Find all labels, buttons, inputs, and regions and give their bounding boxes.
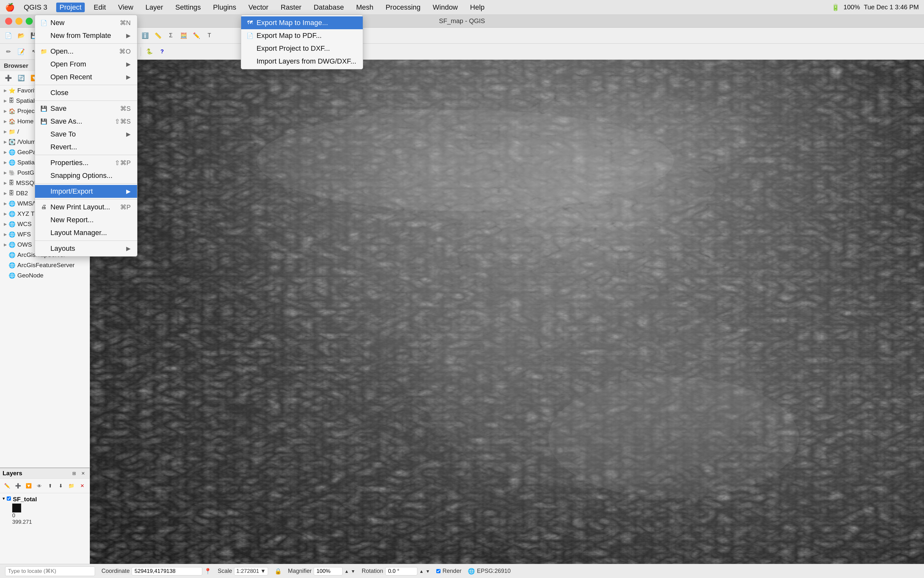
sidebar-item-geonode[interactable]: ▶ 🌐 GeoNode [0,270,89,281]
magnifier-spin-up[interactable]: ▲ [344,569,349,574]
menubar-plugins[interactable]: Plugins [210,3,240,12]
render-checkbox[interactable] [436,569,441,573]
menu-item-new[interactable]: 📄 New ⌘N [35,16,137,29]
menubar-qgis3[interactable]: QGIS 3 [21,3,50,12]
magnifier-spin-down[interactable]: ▼ [351,569,355,574]
menu-item-export-dxf[interactable]: Export Project to DXF... [241,42,363,55]
menu-item-save-to-label: Save To [50,130,76,138]
menubar-layer[interactable]: Layer [142,3,166,12]
calculator-btn[interactable]: 🧮 [178,30,190,41]
menu-item-close[interactable]: Close [35,86,137,99]
magnifier-input[interactable] [314,567,342,575]
rotation-input[interactable] [385,567,417,575]
layer-visibility-btn[interactable]: 👁 [35,480,44,492]
layer-remove-btn[interactable]: ✕ [78,480,87,492]
battery-percent: 100% [843,3,860,11]
maximize-button[interactable] [26,18,33,25]
menubar-settings[interactable]: Settings [172,3,204,12]
menu-item-save[interactable]: 💾 Save ⌘S [35,102,137,115]
menubar-processing[interactable]: Processing [383,3,424,12]
menu-item-layouts-label: Layouts [50,244,75,253]
menubar-window[interactable]: Window [430,3,461,12]
menubar-database[interactable]: Database [310,3,347,12]
statusbar-search [5,567,95,576]
menu-item-open-shortcut: ⌘O [119,47,131,55]
layer-item-sf-total[interactable]: ▾ SF_total [3,496,87,503]
menu-item-import-layers[interactable]: Import Layers from DWG/DXF... [241,55,363,68]
coordinate-input[interactable] [131,567,202,575]
menu-item-new-print-layout[interactable]: 🖨 New Print Layout... ⌘P [35,201,137,214]
menu-item-layout-manager[interactable]: Layout Manager... [35,226,137,239]
browser-add-btn[interactable]: ➕ [3,72,14,84]
layer-visibility-checkbox[interactable] [7,497,11,501]
layers-toolbar: ✏️ ➕ 🔽 👁 ⬆ ⬇ 📁 ✕ [0,479,89,493]
toolbar-row-2: ✏ 📝 ↖ ⬡ ✂ 📋 ↩ ↪ abc abc 🐍 ? [0,44,924,60]
digitize-btn[interactable]: ✏ [3,46,14,57]
identify-btn[interactable]: ℹ️ [139,30,151,41]
minimize-button[interactable] [15,18,23,25]
menubar-mesh[interactable]: Mesh [353,3,377,12]
scale-dropdown-arrow: ▼ [260,568,266,575]
layer-up-btn[interactable]: ⬆ [45,480,55,492]
menu-item-layouts[interactable]: Layouts ▶ [35,242,137,255]
menu-item-properties-label: Properties... [50,159,89,167]
layers-arrange-btn[interactable]: ⊞ [70,469,78,477]
menu-item-save-as[interactable]: 💾 Save As... ⇧⌘S [35,115,137,128]
open-project-btn[interactable]: 📂 [15,30,27,41]
add-layer-btn[interactable]: ✏️ [3,480,12,492]
rotation-spin-down[interactable]: ▼ [425,569,430,574]
menu-item-open-from[interactable]: Open From ▶ [35,58,137,71]
menu-item-import-export[interactable]: Import/Export ▶ [35,185,137,198]
menubar-raster[interactable]: Raster [277,3,305,12]
statusbar: Coordinate 📍 Scale 1:272801 ▼ 🔒 Magnifie… [0,564,924,578]
scale-value: 1:272801 [236,568,259,575]
map-canvas[interactable] [90,60,924,564]
statusbar-magnifier: Magnifier ▲ ▼ [288,567,355,575]
statistics-btn[interactable]: Σ [165,30,177,41]
sidebar-item-arcgis-feature[interactable]: ▶ 🌐 ArcGisFeatureServer [0,260,89,270]
python-btn[interactable]: 🐍 [144,46,155,57]
layers-close-btn[interactable]: ✕ [79,469,87,477]
coordinate-icon: 📍 [204,568,211,575]
close-button[interactable] [5,18,12,25]
layer-group-btn[interactable]: 📁 [67,480,76,492]
menu-item-revert[interactable]: Revert... [35,141,137,154]
rotation-spin-up[interactable]: ▲ [419,569,424,574]
svg-point-5 [549,377,799,498]
menu-item-save-as-label: Save As... [50,117,82,125]
annotate-btn[interactable]: ✏️ [191,30,202,41]
layer-range-max: 399.271 [12,519,87,525]
locate-input[interactable] [5,567,95,576]
layer-down-btn[interactable]: ⬇ [56,480,65,492]
edit-btn[interactable]: 📝 [15,46,27,57]
clock: Tue Dec 1 3:46 PM [864,3,919,11]
menu-item-export-image[interactable]: 🗺 Export Map to Image... [241,16,363,29]
measure-btn[interactable]: 📏 [152,30,164,41]
menubar-project[interactable]: Project [56,3,84,12]
menu-item-open-recent[interactable]: Open Recent ▶ [35,71,137,83]
text-btn[interactable]: T [204,30,215,41]
menu-item-export-pdf-label: Export Map to PDF... [256,31,322,40]
help-btn[interactable]: ? [156,46,168,57]
menu-item-new-from-template[interactable]: New from Template ▶ [35,29,137,42]
menu-item-open[interactable]: 📁 Open... ⌘O [35,45,137,58]
menu-item-export-pdf[interactable]: 📄 Export Map to PDF... [241,29,363,42]
remove-layer-btn[interactable]: ➕ [13,480,23,492]
statusbar-crs: 🌐 EPSG:26910 [468,568,511,575]
scale-dropdown[interactable]: 1:272801 ▼ [234,567,268,575]
browser-refresh-btn[interactable]: 🔄 [15,72,27,84]
new-project-btn[interactable]: 📄 [3,30,14,41]
menubar-edit[interactable]: Edit [91,3,109,12]
menubar-help[interactable]: Help [467,3,488,12]
menu-item-new-report[interactable]: New Report... [35,214,137,226]
menu-sep-4 [35,155,137,155]
apple-menu[interactable]: 🍎 [5,3,15,12]
export-image-icon: 🗺 [246,19,253,26]
menubar-vector[interactable]: Vector [245,3,272,12]
layer-filter-btn[interactable]: 🔽 [24,480,33,492]
menu-item-save-to[interactable]: Save To ▶ [35,128,137,141]
menubar-view[interactable]: View [115,3,136,12]
layer-range-min: 0 [12,513,87,519]
menu-item-properties[interactable]: Properties... ⇧⌘P [35,156,137,169]
menu-item-snapping[interactable]: Snapping Options... [35,169,137,182]
